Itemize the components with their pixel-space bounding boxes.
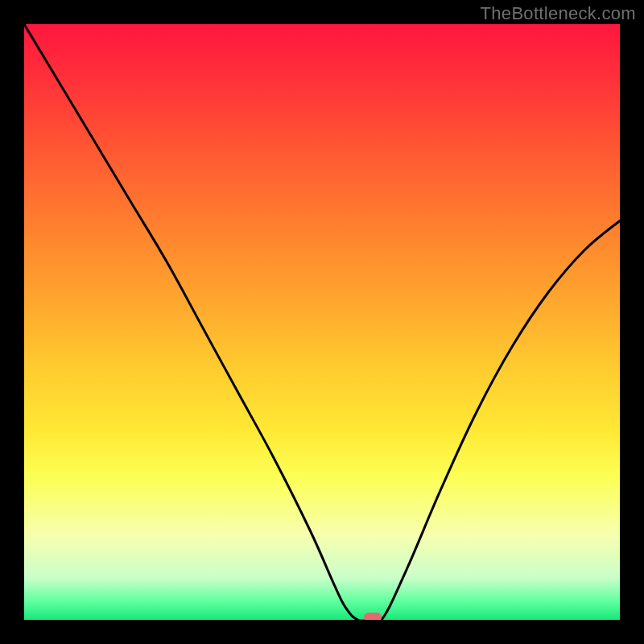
bottleneck-curve (24, 24, 620, 620)
chart-frame: TheBottleneck.com (0, 0, 644, 644)
watermark-text: TheBottleneck.com (481, 3, 636, 24)
minimum-marker (364, 613, 382, 620)
plot-area (24, 24, 620, 620)
